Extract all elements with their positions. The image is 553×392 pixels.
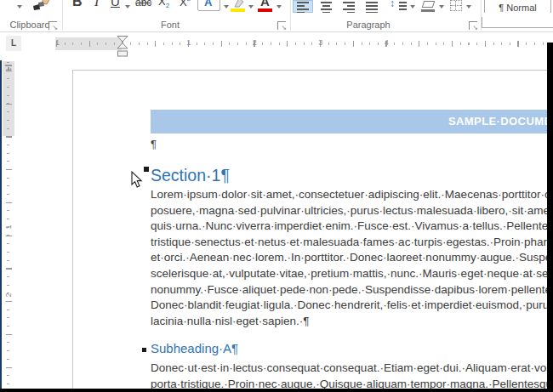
font-group-label: Font [68, 20, 272, 31]
borders-grid-icon[interactable] [450, 0, 462, 11]
text-effects-a: A [204, 0, 212, 9]
document-page[interactable]: SAMPLE·DOCUMENT¶ ¶ Section·1¶ Lorem·ipsu… [72, 70, 547, 389]
line-spacing-icon[interactable]: ↕ [390, 0, 395, 9]
body-line[interactable]: et·orci.·Aenean·nec·lorem.·In·porttitor.… [151, 251, 547, 264]
section1-heading[interactable]: Section·1¶ [151, 166, 230, 185]
borders-caret-icon[interactable] [466, 5, 471, 9]
group-separator [481, 0, 482, 31]
subscript-button[interactable]: X2 [158, 0, 169, 9]
body-line[interactable]: tristique·senectus·et·netus·et·malesuada… [151, 236, 547, 248]
body-line[interactable]: Donec·ut·est·in·lectus·consequat·consequ… [151, 361, 547, 374]
body-line[interactable]: quis·urna.·Nunc·viverra·imperdiet·enim.·… [151, 219, 547, 232]
paragraph-group-label: Paragraph [296, 20, 441, 31]
underline-caret-icon[interactable] [125, 5, 130, 9]
ruler-half-ticks [56, 41, 547, 47]
ruler-number: 3 [316, 38, 326, 47]
group-separator [62, 0, 63, 31]
group-separator [290, 0, 291, 31]
ruler-number: 2 [249, 38, 259, 47]
vertical-ruler: 1 1 2 [3, 61, 14, 389]
top-margin-marker[interactable] [5, 65, 12, 66]
shading-bucket-icon[interactable] [422, 1, 436, 8]
ribbon-button-row: B I U abc X2 X2 A A [0, 0, 553, 13]
underline-button[interactable]: U [111, 0, 120, 9]
launcher-arrow-icon: ↘ [281, 25, 287, 31]
line-spacing-lines[interactable] [399, 2, 407, 12]
ruler-number: 1 [184, 38, 194, 47]
align-left-button[interactable] [293, 0, 313, 13]
align-center-button[interactable] [316, 0, 336, 13]
first-line-indent-marker [117, 37, 128, 43]
mouse-cursor-icon [131, 171, 143, 189]
text-effects-button[interactable]: A [197, 0, 220, 11]
highlight-caret-icon[interactable] [248, 5, 254, 9]
body-line[interactable]: Lorem·ipsum·dolor·sit·amet,·consectetuer… [151, 188, 547, 201]
line-spacing-caret-icon[interactable] [410, 5, 415, 9]
body-line[interactable]: posuere,·magna·sed·pulvinar·ultricies,·p… [151, 204, 547, 217]
strikethrough-button[interactable]: abc [135, 0, 151, 9]
window-edge-right [547, 43, 553, 392]
shading-bar[interactable] [421, 9, 435, 12]
align-right-button[interactable] [339, 0, 359, 13]
font-dialog-launcher[interactable]: ↘ [277, 21, 286, 30]
body-line[interactable]: nonummy.·Fusce·aliquet·pede·non·pede.·Su… [151, 283, 547, 296]
clipboard-dialog-launcher[interactable]: ↘ [48, 21, 57, 30]
title-banner[interactable]: SAMPLE·DOCUMENT¶ [151, 110, 547, 134]
ribbon: B I U abc X2 X2 A A [0, 0, 553, 32]
word-window: B I U abc X2 X2 A A [0, 0, 553, 392]
ruler-number: 4 [381, 38, 391, 47]
body-line[interactable]: lacinia·nulla·nisl·eget·sapien.·¶ [151, 315, 547, 327]
font-color-caret-icon[interactable] [276, 5, 282, 9]
shading-caret-icon[interactable] [439, 5, 444, 9]
style-normal-button[interactable]: ¶ Normal [484, 0, 551, 13]
empty-paragraph-mark: ¶ [151, 138, 157, 151]
superscript-x: X [180, 0, 187, 9]
ruler-number: 1 [53, 38, 63, 47]
top-margin-marker[interactable] [8, 67, 9, 71]
body-line[interactable]: Donec·blandit·feugiat·ligula.·Donec·hend… [151, 298, 547, 311]
format-painter-icon[interactable] [32, 0, 51, 13]
paragraph-dialog-launcher[interactable]: ↘ [469, 21, 477, 30]
font-color-bar[interactable] [258, 9, 272, 12]
align-justify-button[interactable] [362, 0, 382, 13]
text-effects-caret-icon[interactable] [224, 5, 229, 9]
subscript-x: X [158, 0, 166, 8]
body-line[interactable]: porta·tristique.·Proin·nec·augue.·Quisqu… [151, 378, 547, 389]
window-edge-left [0, 60, 2, 392]
body-line[interactable]: scelerisque·at,·vulputate·vitae,·pretium… [151, 267, 547, 280]
launcher-arrow-icon: ↘ [52, 25, 58, 31]
window-edge-bottom [0, 389, 553, 392]
styles-gallery-frame [482, 27, 553, 28]
banner-title: SAMPLE·DOCUMENT¶ [448, 115, 547, 128]
superscript-button[interactable]: X2 [180, 0, 191, 9]
italic-button[interactable]: I [94, 0, 99, 9]
highlight-pen-icon[interactable] [231, 0, 245, 9]
font-color-button[interactable]: A [260, 0, 270, 9]
superscript-two: 2 [187, 0, 191, 3]
subheading-a[interactable]: Subheading·A¶ [151, 341, 238, 355]
left-indent-marker [118, 51, 128, 56]
tab-stop-selector[interactable]: L [6, 36, 21, 51]
hanging-indent-marker [117, 43, 128, 49]
paste-dropdown-caret-icon[interactable] [17, 5, 22, 9]
ruler-number: 1 [4, 222, 13, 232]
highlight-color-bar[interactable] [231, 9, 245, 12]
bold-button[interactable]: B [72, 0, 83, 9]
ruler-number: 2 [4, 290, 13, 300]
heading-collapse-square[interactable] [142, 348, 146, 352]
heading-collapse-square[interactable] [144, 167, 149, 172]
subscript-two: 2 [166, 2, 169, 9]
launcher-arrow-icon: ↘ [472, 25, 478, 31]
indent-markers[interactable] [117, 36, 129, 57]
